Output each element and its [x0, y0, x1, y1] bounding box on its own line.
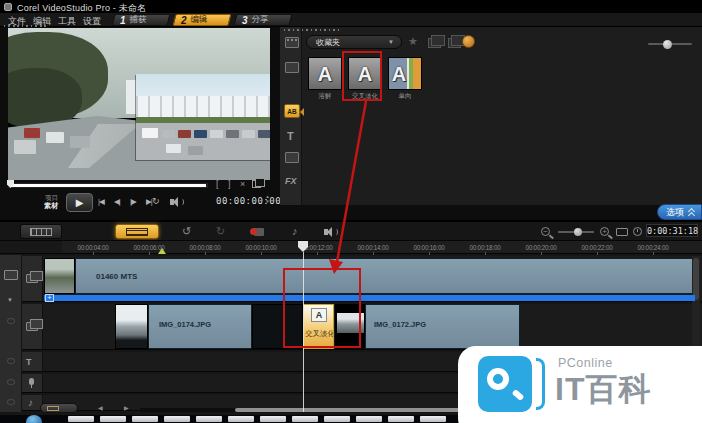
menu-tools[interactable]: 工具: [58, 15, 76, 28]
repeat-button[interactable]: ↻: [152, 196, 160, 206]
gallery-dropdown[interactable]: 收藏夹 ▼: [306, 35, 402, 49]
taskbar-button[interactable]: [100, 416, 126, 422]
mark-in-icon[interactable]: [: [216, 179, 219, 189]
thumbnail-size-knob[interactable]: [663, 40, 672, 49]
go-start-button[interactable]: |◀: [98, 197, 104, 206]
storyboard-icon: [30, 228, 52, 236]
pip-car: [258, 130, 270, 138]
split-clip-icon[interactable]: ×: [240, 179, 245, 189]
taskbar-button[interactable]: [420, 416, 446, 422]
tab-edit[interactable]: 2编辑: [173, 14, 232, 26]
overlay-clip1-thumbnail[interactable]: [115, 304, 148, 349]
parked-car: [14, 140, 36, 154]
preview-timecode: 00:00:00:00: [216, 196, 281, 206]
record-capture-icon[interactable]: [254, 228, 264, 236]
timeline-zoom-knob[interactable]: [574, 228, 582, 236]
transition-item-dissolve[interactable]: A: [308, 57, 342, 90]
track-visibility-icon[interactable]: [7, 358, 15, 364]
options-button[interactable]: 选项: [657, 204, 702, 220]
track-visibility-icon[interactable]: [7, 318, 15, 324]
taskbar-button[interactable]: [228, 416, 254, 422]
play-button[interactable]: ▶: [66, 193, 93, 212]
magnifier-handle: [511, 389, 524, 401]
random-effect-icon[interactable]: [462, 35, 475, 48]
zoom-in-icon[interactable]: +: [600, 227, 609, 236]
voice-track-header[interactable]: [22, 374, 43, 393]
ruler-label: 00:00:06:00: [123, 244, 175, 251]
ruler-label: 00:00:20:00: [515, 244, 567, 251]
taskbar-button[interactable]: [324, 416, 350, 422]
track-visibility-icon[interactable]: [7, 399, 15, 405]
preview-scrubber-fill: [10, 184, 206, 187]
ruler-left-cap: [0, 240, 62, 254]
parked-car: [46, 132, 64, 143]
next-frame-button[interactable]: |▶: [130, 197, 136, 206]
mark-out-icon[interactable]: ]: [228, 179, 231, 189]
track-visibility-icon[interactable]: [7, 379, 15, 385]
transition-thumb-letter: A: [309, 58, 341, 90]
taskbar-button[interactable]: [68, 416, 94, 422]
magnifier-icon: [487, 368, 509, 390]
timeline-view-button[interactable]: [115, 224, 159, 239]
taskbar-button[interactable]: [388, 416, 414, 422]
transition-item-oneway[interactable]: A: [388, 57, 422, 90]
tab-share-number: 3: [242, 14, 248, 25]
panel-drag-dots: [4, 25, 48, 27]
video-clip-thumbnail[interactable]: [44, 258, 75, 294]
track-manager-icon[interactable]: [4, 270, 18, 280]
volume-icon[interactable]: [170, 199, 174, 205]
vertical-scrollbar-thumb[interactable]: [693, 258, 699, 300]
scroll-right-icon[interactable]: ▶: [124, 404, 129, 411]
title-track-icon: T: [26, 357, 32, 367]
taskbar-button[interactable]: [196, 416, 222, 422]
overlay-clip-img0172[interactable]: IMG_0172.JPG: [365, 304, 520, 349]
tab-share[interactable]: 3分享: [234, 14, 293, 26]
taskbar-button[interactable]: [132, 416, 158, 422]
sound-mixer-icon[interactable]: ♪: [292, 225, 298, 237]
duration-clock-icon[interactable]: [633, 227, 642, 236]
playback-mode-toggle[interactable]: 项目 素材: [44, 194, 58, 210]
expand-tracks-icon[interactable]: ▼: [7, 297, 13, 303]
clip-trim-handle[interactable]: +: [45, 294, 54, 302]
instant-project-nav-icon[interactable]: [285, 62, 299, 73]
undo-icon[interactable]: ↺: [182, 225, 191, 238]
title-track-header[interactable]: T: [22, 352, 43, 372]
overlay-clip-img0174[interactable]: IMG_0174.JPG: [148, 304, 252, 349]
video-track-header[interactable]: [22, 256, 43, 302]
chapter-marker[interactable]: [158, 248, 166, 254]
zoom-out-icon[interactable]: −: [541, 227, 550, 236]
add-to-favorites-icon[interactable]: ★: [408, 35, 418, 48]
taskbar-button[interactable]: [260, 416, 286, 422]
mode-project-label[interactable]: 项目: [44, 194, 58, 202]
taskbar-button[interactable]: [164, 416, 190, 422]
menu-bar: 文件 编辑 工具 设置: [0, 13, 702, 27]
ruler-label: 00:00:04:00: [67, 244, 119, 251]
apply-to-video-icon[interactable]: [428, 38, 441, 48]
video-clip-01460mts[interactable]: 01460 MTS: [75, 258, 695, 294]
go-end-button[interactable]: ▶|: [146, 197, 152, 206]
taskbar-button[interactable]: [356, 416, 382, 422]
enlarge-preview-icon[interactable]: [252, 180, 261, 188]
graphic-nav-icon[interactable]: [285, 152, 299, 163]
auto-music-icon[interactable]: [324, 229, 328, 235]
mode-clip-label[interactable]: 素材: [44, 202, 58, 210]
transition-nav-icon[interactable]: AB: [284, 104, 300, 118]
title-nav-icon[interactable]: T: [287, 130, 294, 142]
fit-project-icon[interactable]: [616, 228, 628, 236]
start-orb-icon[interactable]: [26, 415, 42, 423]
storyboard-view-button[interactable]: [20, 224, 62, 239]
taskbar-button[interactable]: [292, 416, 318, 422]
filter-nav-icon[interactable]: FX: [285, 176, 297, 186]
timecode-stepper[interactable]: ▲▼: [264, 194, 271, 204]
media-nav-icon[interactable]: [285, 37, 299, 48]
overlay-track-header[interactable]: [22, 304, 43, 350]
video-track-icon: [26, 274, 38, 283]
menu-settings[interactable]: 设置: [83, 15, 101, 28]
prev-frame-button[interactable]: ◀|: [114, 197, 120, 206]
track-scroll-button[interactable]: [40, 403, 78, 413]
redo-icon[interactable]: ↻: [216, 225, 225, 238]
tab-capture[interactable]: 1捕获: [112, 14, 171, 26]
apply-to-all-icon[interactable]: [448, 38, 461, 48]
ruler-label: 00:00:18:00: [459, 244, 511, 251]
scroll-left-icon[interactable]: ◀: [98, 404, 103, 411]
